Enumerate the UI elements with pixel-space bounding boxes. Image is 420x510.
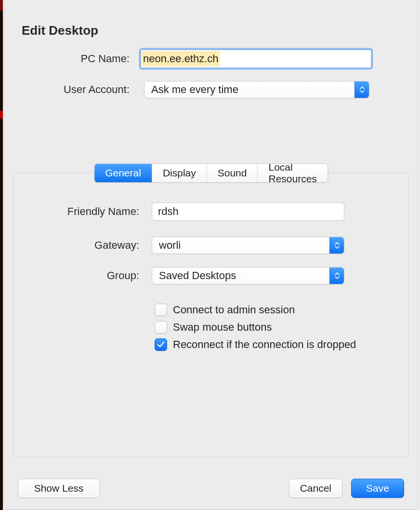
reconnect-label: Reconnect if the connection is dropped: [173, 338, 356, 351]
group-select[interactable]: Saved Desktops: [152, 267, 344, 284]
window-left-edge: [0, 0, 3, 510]
options-checkbox-group: Connect to admin session Swap mouse butt…: [155, 304, 356, 351]
tab-local-resources[interactable]: Local Resources: [258, 164, 327, 182]
gateway-select[interactable]: worli: [152, 237, 344, 254]
pc-name-row: PC Name: neon.ee.ethz.ch: [4, 48, 418, 69]
save-button[interactable]: Save: [351, 479, 404, 498]
friendly-name-label: Friendly Name:: [4, 205, 144, 218]
pc-name-label: PC Name:: [4, 53, 134, 65]
tab-sound[interactable]: Sound: [207, 164, 258, 182]
gateway-value: worli: [159, 239, 181, 252]
swap-mouse-label: Swap mouse buttons: [173, 321, 272, 334]
tab-display[interactable]: Display: [152, 164, 207, 182]
user-account-value: Ask me every time: [151, 83, 238, 96]
dialog-footer: Show Less Cancel Save: [18, 479, 404, 498]
chevron-up-down-icon: [329, 237, 344, 254]
group-value: Saved Desktops: [159, 269, 236, 282]
gateway-row: Gateway: worli: [4, 237, 418, 254]
friendly-name-value: rdsh: [158, 205, 179, 218]
tab-general[interactable]: General: [94, 164, 152, 182]
checkbox-icon: [155, 321, 167, 334]
user-account-label: User Account:: [4, 83, 134, 96]
cancel-button[interactable]: Cancel: [289, 479, 342, 498]
group-label: Group:: [4, 269, 144, 282]
swap-mouse-checkbox[interactable]: Swap mouse buttons: [155, 321, 356, 334]
pc-name-input[interactable]: neon.ee.ethz.ch: [139, 48, 373, 69]
checkbox-checked-icon: [155, 338, 167, 351]
user-account-row: User Account: Ask me every time: [4, 81, 418, 98]
dialog-title: Edit Desktop: [22, 23, 98, 38]
friendly-name-input[interactable]: rdsh: [152, 202, 344, 221]
user-account-select[interactable]: Ask me every time: [144, 81, 369, 98]
chevron-up-down-icon: [329, 268, 344, 284]
group-row: Group: Saved Desktops: [4, 267, 418, 284]
edit-desktop-sheet: Edit Desktop PC Name: neon.ee.ethz.ch Us…: [4, 0, 418, 510]
friendly-name-row: Friendly Name: rdsh: [4, 202, 418, 221]
pc-name-value: neon.ee.ethz.ch: [142, 51, 220, 67]
tab-bar: General Display Sound Local Resources: [94, 163, 328, 183]
checkbox-icon: [155, 304, 167, 316]
chevron-up-down-icon: [354, 81, 369, 98]
show-less-button[interactable]: Show Less: [18, 479, 100, 498]
gateway-label: Gateway:: [4, 239, 144, 252]
reconnect-checkbox[interactable]: Reconnect if the connection is dropped: [155, 338, 356, 351]
admin-session-checkbox[interactable]: Connect to admin session: [155, 304, 356, 316]
admin-session-label: Connect to admin session: [173, 304, 295, 316]
